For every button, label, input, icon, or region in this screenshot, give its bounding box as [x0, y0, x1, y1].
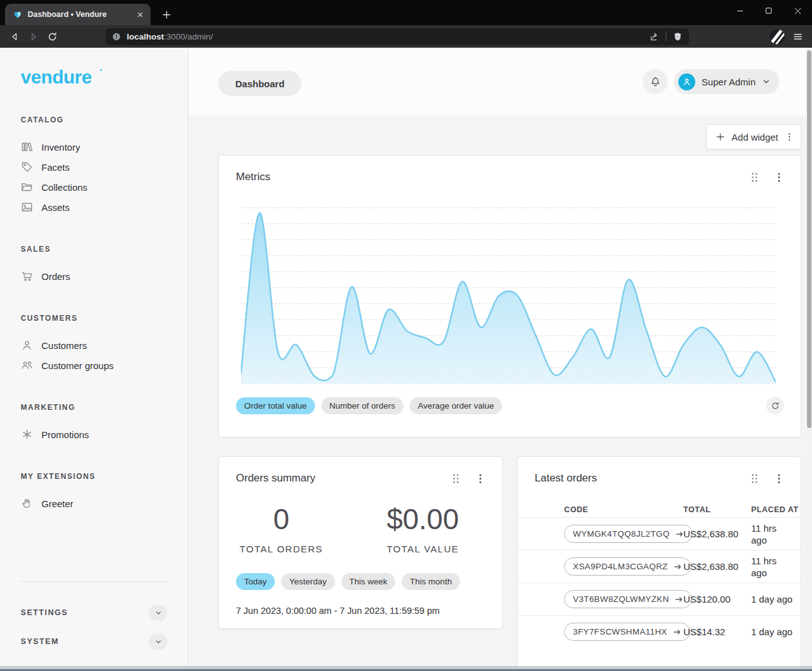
- sidebar-item-orders[interactable]: Orders: [21, 266, 188, 286]
- orders-summary-stats: 0 TOTAL ORDERS $0.00 TOTAL VALUE: [219, 502, 502, 554]
- sidebar-item-inventory[interactable]: Inventory: [21, 137, 188, 157]
- order-code-link[interactable]: V3T6BW8ZQLWMYZKN: [564, 590, 692, 608]
- sidebar-item-customer-groups[interactable]: Customer groups: [21, 355, 188, 375]
- range-this-week[interactable]: This week: [341, 573, 396, 590]
- widget-menu-button[interactable]: [476, 473, 485, 484]
- inventory-icon: [21, 141, 33, 153]
- window-minimize-button[interactable]: [725, 0, 754, 21]
- back-button[interactable]: [5, 27, 24, 46]
- browser-toolbar: localhost:3000/admin/: [0, 25, 812, 48]
- url-bar[interactable]: localhost:3000/admin/: [105, 28, 689, 45]
- sidebar-item-label: Promotions: [41, 429, 89, 440]
- user-icon: [21, 339, 33, 352]
- tab-number-of-orders[interactable]: Number of orders: [321, 397, 403, 414]
- metric-tabs: Order total value Number of orders Avera…: [236, 397, 502, 414]
- order-code: WYMGK4TQQ8JL2TGQ: [573, 529, 670, 539]
- order-total: US$2,638.80: [683, 561, 751, 572]
- kebab-menu-icon[interactable]: [784, 132, 794, 142]
- metrics-chart-area: [241, 207, 776, 384]
- menu-hamburger-icon[interactable]: [793, 31, 803, 42]
- add-widget-label: Add widget: [732, 132, 778, 142]
- browser-tab[interactable]: Dashboard • Vendure: [5, 4, 151, 25]
- url-text: localhost:3000/admin/: [127, 32, 213, 41]
- sidebar: vendure CATALOG Inventory Facets Collect…: [0, 48, 188, 666]
- orders-summary-title: Orders summary: [236, 472, 451, 485]
- system-label: SYSTEM: [21, 637, 59, 646]
- latest-orders-widget: Latest orders: [517, 456, 801, 666]
- kebab-menu-icon: [774, 172, 784, 183]
- order-total: US$120.00: [683, 594, 751, 604]
- widget-menu-button[interactable]: [774, 172, 784, 183]
- table-row: V3T6BW8ZQLWMYZKN US$120.00 1 day ago: [518, 582, 801, 615]
- arrow-right-icon: [673, 562, 682, 571]
- sidebar-item-facets[interactable]: Facets: [21, 157, 188, 177]
- order-code-link[interactable]: 3FY7FSCWSHMA11HX: [564, 623, 690, 641]
- page-scrollbar[interactable]: [806, 48, 812, 666]
- refresh-icon: [771, 401, 780, 411]
- share-icon[interactable]: [649, 31, 660, 42]
- table-row: WYMGK4TQQ8JL2TGQ US$2,638.80 11 hrs ago: [518, 517, 801, 550]
- date-range-tabs: Today Yesterday This week This month: [236, 573, 502, 590]
- sidebar-item-assets[interactable]: Assets: [21, 197, 188, 217]
- widget-drag-handle[interactable]: [750, 473, 759, 484]
- system-expand-button[interactable]: [149, 634, 168, 650]
- tab-strip: Dashboard • Vendure: [0, 0, 812, 25]
- window-controls: [725, 0, 812, 21]
- widget-menu-button[interactable]: [774, 473, 784, 484]
- column-header-placed-at: PLACED AT: [751, 505, 801, 514]
- window-close-button[interactable]: [783, 0, 812, 21]
- sidebar-item-customers[interactable]: Customers: [21, 335, 188, 355]
- order-code: XSA9PD4LM3CGAQRZ: [573, 562, 668, 571]
- sidebar-divider: [21, 581, 168, 582]
- metrics-title: Metrics: [236, 171, 750, 183]
- urlbar-actions: [649, 31, 683, 42]
- reload-button[interactable]: [43, 27, 61, 46]
- settings-expand-button[interactable]: [149, 605, 168, 621]
- main-area: Dashboard Super Admin: [188, 48, 812, 666]
- vendure-logo: vendure: [21, 67, 102, 88]
- refresh-button[interactable]: [766, 397, 784, 414]
- browser-window: Dashboard • Vendure: [0, 0, 812, 671]
- widget-drag-handle[interactable]: [750, 172, 759, 183]
- section-heading-marketing: MARKETING: [21, 403, 188, 412]
- users-icon: [21, 359, 33, 372]
- site-info-icon[interactable]: [112, 32, 121, 41]
- range-today[interactable]: Today: [236, 573, 275, 590]
- sidebar-item-promotions[interactable]: Promotions: [21, 424, 188, 444]
- tab-close-icon[interactable]: [134, 9, 146, 20]
- range-this-month[interactable]: This month: [402, 573, 460, 590]
- user-menu[interactable]: Super Admin: [674, 69, 779, 94]
- kebab-menu-icon: [774, 473, 784, 484]
- sidebar-item-collections[interactable]: Collections: [21, 177, 188, 197]
- bell-icon: [649, 76, 661, 88]
- range-yesterday[interactable]: Yesterday: [281, 573, 335, 590]
- scrollbar-thumb[interactable]: [807, 50, 811, 428]
- vendure-favicon-heart-icon: [13, 9, 23, 19]
- sidebar-item-label: Customer groups: [41, 360, 114, 371]
- notifications-button[interactable]: [643, 69, 668, 94]
- brave-shield-icon[interactable]: [673, 31, 683, 42]
- sidebar-item-greeter[interactable]: Greeter: [21, 493, 188, 513]
- cart-icon: [21, 270, 33, 282]
- user-avatar: [678, 73, 695, 90]
- window-maximize-button[interactable]: [754, 0, 783, 21]
- new-tab-button[interactable]: [157, 5, 176, 24]
- url-path: :3000/admin/: [164, 32, 213, 41]
- order-code-link[interactable]: WYMGK4TQQ8JL2TGQ: [564, 525, 693, 543]
- latest-orders-table: CODE TOTAL PLACED AT WYMGK4TQQ8JL2TGQ US…: [518, 502, 801, 648]
- add-widget-button[interactable]: Add widget: [706, 124, 801, 149]
- order-code-link[interactable]: XSA9PD4LM3CGAQRZ: [564, 557, 691, 576]
- order-placed-at: 1 day ago: [751, 593, 801, 605]
- widget-drag-handle[interactable]: [451, 473, 461, 484]
- total-value-label: TOTAL VALUE: [343, 544, 502, 554]
- browser-profile-avatar[interactable]: [769, 29, 785, 45]
- forward-button[interactable]: [24, 27, 43, 46]
- page-title[interactable]: Dashboard: [218, 71, 301, 96]
- tab-average-order-value[interactable]: Average order value: [410, 397, 502, 414]
- sidebar-section-system: SYSTEM: [21, 627, 168, 656]
- order-total: US$14.32: [683, 626, 751, 637]
- order-code: V3T6BW8ZQLWMYZKN: [573, 594, 669, 604]
- tab-order-total-value[interactable]: Order total value: [236, 397, 315, 414]
- chevron-down-icon: [154, 609, 163, 617]
- latest-orders-title: Latest orders: [535, 472, 750, 485]
